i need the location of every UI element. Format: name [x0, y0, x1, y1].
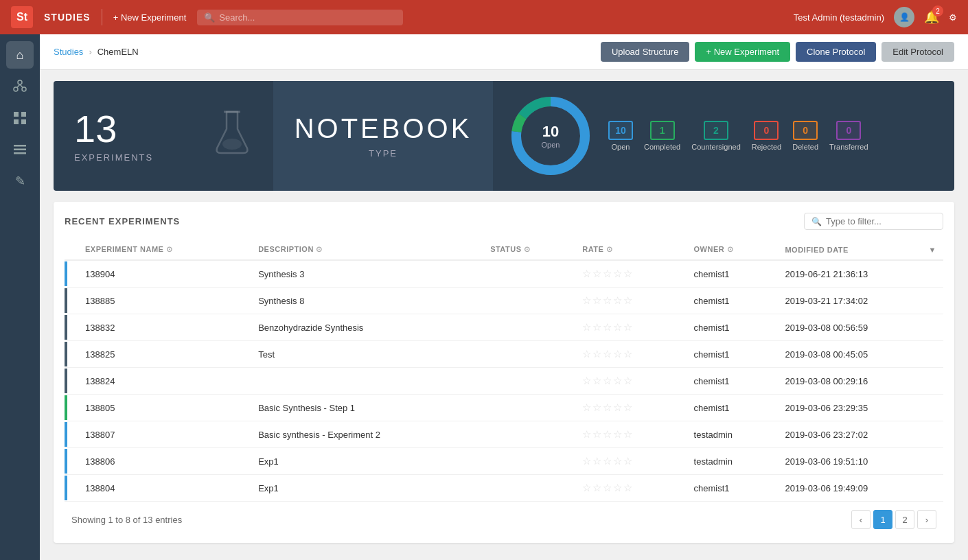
chart-open-label: Open — [542, 141, 560, 149]
svg-point-0 — [18, 80, 22, 84]
breadcrumb-actions: Upload Structure + New Experiment Clone … — [601, 42, 954, 62]
sidebar: ⌂ ✎ — [0, 34, 40, 560]
row-owner: chemist1 — [687, 288, 779, 314]
status-badges: 10 Open 1 Completed 2 Countersigned 0 Re… — [608, 121, 868, 151]
row-rate[interactable]: ☆☆☆☆☆ — [575, 260, 687, 288]
col-modified[interactable]: MODIFIED DATE ▼ — [778, 240, 943, 260]
row-rate[interactable]: ☆☆☆☆☆ — [575, 475, 687, 502]
badge-label-deleted: Deleted — [792, 143, 818, 151]
row-rate[interactable]: ☆☆☆☆☆ — [575, 448, 687, 475]
col-description[interactable]: DESCRIPTION ⊙ — [251, 240, 483, 260]
pagination-page-2[interactable]: 2 — [895, 510, 914, 529]
table-row[interactable]: 138832 Benzohydrazide Synthesis ☆☆☆☆☆ ch… — [65, 314, 943, 341]
col-owner[interactable]: OWNER ⊙ — [687, 240, 779, 260]
notification-badge: 2 — [932, 5, 943, 16]
status-badge-open: 10 Open — [608, 121, 633, 151]
top-search[interactable]: 🔍 — [197, 10, 403, 25]
badge-label-transferred: Transferred — [829, 143, 868, 151]
pagination-next[interactable]: › — [917, 510, 936, 529]
row-status — [483, 314, 575, 341]
row-rate[interactable]: ☆☆☆☆☆ — [575, 395, 687, 421]
row-status — [483, 395, 575, 421]
row-rate[interactable]: ☆☆☆☆☆ — [575, 314, 687, 341]
table-row[interactable]: 138904 Synthesis 3 ☆☆☆☆☆ chemist1 2019-0… — [65, 260, 943, 288]
notebook-type-card: NOTEBOOK TYPE — [273, 81, 493, 191]
row-exp-id: 138885 — [78, 288, 251, 314]
svg-rect-8 — [21, 119, 26, 124]
clone-protocol-button[interactable]: Clone Protocol — [796, 42, 876, 62]
row-owner: chemist1 — [687, 341, 779, 368]
row-owner: chemist1 — [687, 368, 779, 395]
top-new-experiment-button[interactable]: + New Experiment — [113, 12, 187, 23]
col-owner-filter-icon: ⊙ — [727, 245, 734, 253]
row-rate[interactable]: ☆☆☆☆☆ — [575, 421, 687, 448]
row-rate[interactable]: ☆☆☆☆☆ — [575, 288, 687, 314]
status-badge-completed: 1 Completed — [644, 121, 680, 151]
row-modified: 2019-03-08 00:45:05 — [778, 341, 943, 368]
sidebar-item-grid[interactable] — [6, 104, 34, 132]
notification-bell[interactable]: 🔔 2 — [924, 10, 939, 25]
row-exp-id: 138824 — [78, 368, 251, 395]
row-exp-id: 138804 — [78, 475, 251, 502]
table-row[interactable]: 138825 Test ☆☆☆☆☆ chemist1 2019-03-08 00… — [65, 341, 943, 368]
row-owner: testadmin — [687, 421, 779, 448]
row-status — [483, 288, 575, 314]
stats-row: 13 EXPERIMENTS NOTEBOOK TYPE — [40, 70, 968, 191]
settings-gear-icon[interactable]: ⚙ — [949, 12, 957, 23]
row-modified: 2019-03-08 00:29:16 — [778, 368, 943, 395]
filter-input[interactable] — [826, 216, 936, 226]
table-filter[interactable]: 🔍 — [804, 213, 943, 230]
user-name: Test Admin (testadmin) — [794, 12, 884, 23]
chart-open-count: 10 — [542, 123, 560, 141]
search-input[interactable] — [219, 12, 396, 23]
svg-line-3 — [17, 84, 21, 88]
table-header: RECENT EXPERIMENTS 🔍 — [65, 213, 943, 230]
table-row[interactable]: 138806 Exp1 ☆☆☆☆☆ testadmin 2019-03-06 1… — [65, 448, 943, 475]
sidebar-item-molecules[interactable] — [6, 73, 34, 100]
table-row[interactable]: 138805 Basic Synthesis - Step 1 ☆☆☆☆☆ ch… — [65, 395, 943, 421]
row-modified: 2019-03-06 19:49:09 — [778, 475, 943, 502]
row-description: Test — [251, 341, 483, 368]
row-rate[interactable]: ☆☆☆☆☆ — [575, 341, 687, 368]
upload-structure-button[interactable]: Upload Structure — [601, 42, 690, 62]
col-status[interactable]: STATUS ⊙ — [483, 240, 575, 260]
row-modified: 2019-06-21 21:36:13 — [778, 260, 943, 288]
sidebar-item-list[interactable] — [6, 136, 34, 163]
row-description: Benzohydrazide Synthesis — [251, 314, 483, 341]
table-row[interactable]: 138824 ☆☆☆☆☆ chemist1 2019-03-08 00:29:1… — [65, 368, 943, 395]
svg-rect-11 — [14, 152, 26, 154]
svg-point-13 — [222, 139, 242, 150]
breadcrumb-studies[interactable]: Studies — [54, 47, 83, 57]
badge-count-completed: 1 — [650, 121, 675, 140]
col-modified-sort-icon: ▼ — [929, 246, 936, 254]
sidebar-item-edit[interactable]: ✎ — [6, 167, 34, 195]
sidebar-item-home[interactable]: ⌂ — [6, 41, 34, 69]
chart-card: 10 Open 10 Open 1 Completed 2 Countersig… — [493, 81, 954, 191]
table-row[interactable]: 138804 Exp1 ☆☆☆☆☆ chemist1 2019-03-06 19… — [65, 475, 943, 502]
pagination-prev[interactable]: ‹ — [851, 510, 871, 529]
table-row[interactable]: 138885 Synthesis 8 ☆☆☆☆☆ chemist1 2019-0… — [65, 288, 943, 314]
badge-count-rejected: 0 — [754, 121, 779, 140]
row-exp-id: 138805 — [78, 395, 251, 421]
row-rate[interactable]: ☆☆☆☆☆ — [575, 368, 687, 395]
svg-rect-6 — [21, 112, 26, 117]
notebook-type-label: TYPE — [369, 148, 397, 159]
svg-rect-10 — [14, 149, 26, 151]
row-owner: chemist1 — [687, 475, 779, 502]
experiments-label: EXPERIMENTS — [74, 152, 153, 163]
col-rate[interactable]: RATE ⊙ — [575, 240, 687, 260]
col-name[interactable]: EXPERIMENT NAME ⊙ — [78, 240, 251, 260]
nav-divider — [102, 9, 102, 25]
chart-center: 10 Open — [542, 123, 560, 149]
col-desc-filter-icon: ⊙ — [316, 245, 323, 253]
svg-line-4 — [20, 84, 23, 88]
table-row[interactable]: 138807 Basic synthesis - Experiment 2 ☆☆… — [65, 421, 943, 448]
new-experiment-button[interactable]: + New Experiment — [695, 42, 790, 62]
row-modified: 2019-03-06 19:51:10 — [778, 448, 943, 475]
badge-count-open: 10 — [608, 121, 633, 140]
nav-right: Test Admin (testadmin) 👤 🔔 2 ⚙ — [794, 7, 957, 27]
badge-label-countersigned: Countersigned — [691, 143, 741, 151]
status-badge-countersigned: 2 Countersigned — [691, 121, 741, 151]
edit-protocol-button[interactable]: Edit Protocol — [881, 42, 954, 62]
pagination-page-1[interactable]: 1 — [873, 510, 892, 529]
